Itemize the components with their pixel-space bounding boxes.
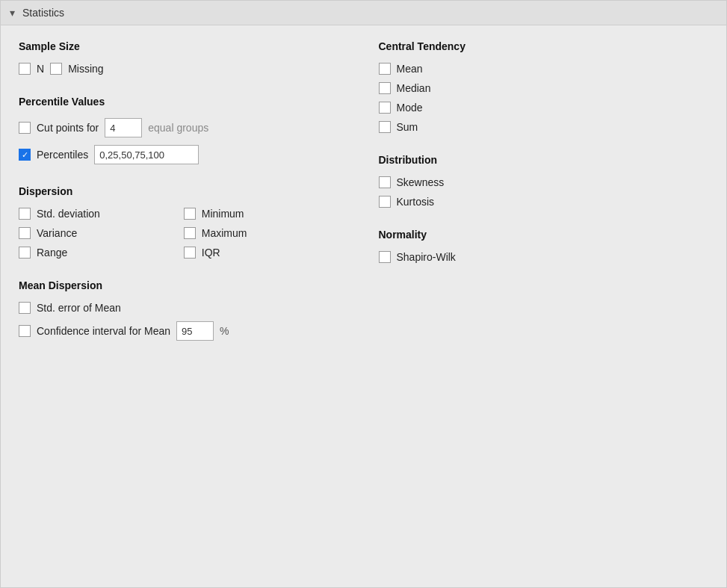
percentiles-label: Percentiles bbox=[37, 149, 88, 161]
variance-item: Variance bbox=[19, 227, 169, 239]
range-item: Range bbox=[19, 247, 169, 259]
confidence-checkbox[interactable] bbox=[19, 325, 31, 337]
std-error-checkbox[interactable] bbox=[19, 302, 31, 314]
normality-section: Normality Shapiro-Wilk bbox=[379, 229, 709, 263]
mode-row: Mode bbox=[379, 102, 709, 114]
percent-sign: % bbox=[220, 325, 229, 337]
sample-size-title: Sample Size bbox=[19, 40, 334, 52]
shapiro-wilk-row: Shapiro-Wilk bbox=[379, 251, 709, 263]
std-error-row: Std. error of Mean bbox=[19, 302, 334, 314]
kurtosis-checkbox[interactable] bbox=[379, 196, 391, 208]
minimum-label: Minimum bbox=[202, 208, 244, 220]
mean-checkbox[interactable] bbox=[379, 63, 391, 75]
statistics-panel: ▾ Statistics Sample Size N Missing Perce… bbox=[0, 0, 727, 588]
percentiles-checkbox[interactable] bbox=[19, 149, 31, 161]
distribution-section: Distribution Skewness Kurtosis bbox=[379, 154, 709, 208]
cut-points-row: Cut points for equal groups bbox=[19, 118, 334, 137]
panel-title: Statistics bbox=[22, 7, 64, 19]
skewness-checkbox[interactable] bbox=[379, 176, 391, 188]
sum-label: Sum bbox=[397, 121, 418, 133]
missing-checkbox[interactable] bbox=[50, 63, 62, 75]
minimum-checkbox[interactable] bbox=[184, 208, 196, 220]
skewness-label: Skewness bbox=[397, 176, 445, 188]
std-deviation-item: Std. deviation bbox=[19, 208, 169, 220]
shapiro-wilk-checkbox[interactable] bbox=[379, 251, 391, 263]
normality-title: Normality bbox=[379, 229, 709, 241]
median-checkbox[interactable] bbox=[379, 82, 391, 94]
maximum-label: Maximum bbox=[202, 227, 247, 239]
iqr-item: IQR bbox=[184, 247, 334, 259]
skewness-row: Skewness bbox=[379, 176, 709, 188]
mode-label: Mode bbox=[397, 102, 423, 114]
sum-row: Sum bbox=[379, 121, 709, 133]
n-checkbox[interactable] bbox=[19, 63, 31, 75]
equal-groups-label: equal groups bbox=[148, 122, 208, 134]
range-label: Range bbox=[37, 247, 67, 259]
percentile-values-title: Percentile Values bbox=[19, 96, 334, 108]
std-deviation-checkbox[interactable] bbox=[19, 208, 31, 220]
chevron-icon[interactable]: ▾ bbox=[10, 7, 15, 19]
distribution-title: Distribution bbox=[379, 154, 709, 166]
std-error-label: Std. error of Mean bbox=[37, 302, 121, 314]
dispersion-section: Dispersion Std. deviation Minimum Varia bbox=[19, 185, 334, 259]
right-column: Central Tendency Mean Median Mode Sum bbox=[364, 40, 709, 362]
mean-label: Mean bbox=[397, 63, 423, 75]
left-column: Sample Size N Missing Percentile Values … bbox=[19, 40, 364, 362]
panel-header: ▾ Statistics bbox=[1, 1, 726, 25]
iqr-label: IQR bbox=[202, 247, 220, 259]
sample-size-section: Sample Size N Missing bbox=[19, 40, 334, 75]
variance-label: Variance bbox=[37, 227, 77, 239]
n-label: N bbox=[37, 63, 44, 75]
range-checkbox[interactable] bbox=[19, 247, 31, 259]
maximum-checkbox[interactable] bbox=[184, 227, 196, 239]
maximum-item: Maximum bbox=[184, 227, 334, 239]
percentile-values-section: Percentile Values Cut points for equal g… bbox=[19, 96, 334, 164]
n-row: N Missing bbox=[19, 63, 334, 75]
missing-label: Missing bbox=[68, 63, 103, 75]
confidence-input[interactable] bbox=[176, 321, 214, 341]
dispersion-title: Dispersion bbox=[19, 185, 334, 197]
kurtosis-row: Kurtosis bbox=[379, 196, 709, 208]
kurtosis-label: Kurtosis bbox=[397, 196, 435, 208]
confidence-row: Confidence interval for Mean % bbox=[19, 321, 334, 341]
std-deviation-label: Std. deviation bbox=[37, 208, 100, 220]
mean-dispersion-title: Mean Dispersion bbox=[19, 279, 334, 291]
median-label: Median bbox=[397, 82, 431, 94]
minimum-item: Minimum bbox=[184, 208, 334, 220]
confidence-label: Confidence interval for Mean bbox=[37, 325, 170, 337]
percentiles-input[interactable] bbox=[94, 145, 199, 164]
cut-points-input[interactable] bbox=[105, 118, 142, 137]
central-tendency-title: Central Tendency bbox=[379, 40, 709, 52]
cut-points-checkbox[interactable] bbox=[19, 122, 31, 134]
cut-points-label: Cut points for bbox=[37, 122, 99, 134]
sum-checkbox[interactable] bbox=[379, 121, 391, 133]
percentiles-row: Percentiles bbox=[19, 145, 334, 164]
mean-row: Mean bbox=[379, 63, 709, 75]
mode-checkbox[interactable] bbox=[379, 102, 391, 114]
median-row: Median bbox=[379, 82, 709, 94]
shapiro-wilk-label: Shapiro-Wilk bbox=[397, 251, 456, 263]
iqr-checkbox[interactable] bbox=[184, 247, 196, 259]
dispersion-grid: Std. deviation Minimum Variance Maximum bbox=[19, 208, 334, 259]
variance-checkbox[interactable] bbox=[19, 227, 31, 239]
mean-dispersion-section: Mean Dispersion Std. error of Mean Confi… bbox=[19, 279, 334, 341]
central-tendency-section: Central Tendency Mean Median Mode Sum bbox=[379, 40, 709, 133]
panel-body: Sample Size N Missing Percentile Values … bbox=[1, 25, 726, 377]
